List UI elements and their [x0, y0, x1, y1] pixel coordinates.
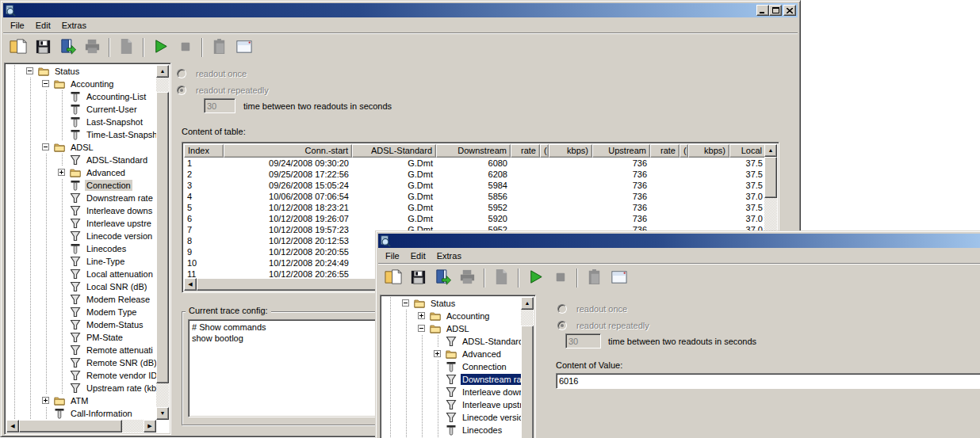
page-preview-button[interactable] [114, 36, 139, 59]
tree-item-connection[interactable]: Connection [382, 360, 521, 373]
column-header-[interactable]: ( [679, 144, 688, 158]
tree-item-connection[interactable]: Connection [6, 179, 156, 192]
interval-input[interactable] [565, 333, 601, 348]
tree-item-adsl[interactable]: ADSL [382, 322, 521, 335]
tree-item-time-last-snapsh[interactable]: Time-Last-Snapsh [6, 128, 156, 141]
collapse-toggle[interactable] [402, 299, 409, 307]
scroll-right-button[interactable]: ▶ [144, 420, 156, 432]
readout-once-radio[interactable] [177, 69, 186, 78]
tree-item-local-attenuation[interactable]: Local attenuation [6, 268, 156, 280]
scroll-thumb[interactable] [764, 157, 777, 198]
menu-extras[interactable]: Extras [431, 249, 467, 262]
tree-item-interleave-upstre[interactable]: Interleave upstre [382, 398, 521, 411]
tree-item-pm-state[interactable]: PM-State [6, 331, 156, 344]
tree-item-accounting[interactable]: Accounting [6, 78, 156, 90]
column-header-index[interactable]: Index [184, 144, 224, 158]
scroll-up-button[interactable]: ▲ [521, 297, 534, 310]
tree-item-call-information[interactable]: Call-Information [6, 407, 156, 420]
expand-toggle[interactable] [58, 169, 65, 176]
tree-item-advanced[interactable]: Advanced [6, 166, 156, 179]
value-field[interactable] [556, 373, 980, 389]
readout-repeatedly-radio[interactable] [177, 86, 186, 95]
tree-item-atm[interactable]: ATM [6, 394, 156, 407]
paste-button[interactable] [207, 36, 232, 59]
window-button[interactable] [232, 36, 256, 59]
new-file-button[interactable] [381, 267, 406, 289]
menu-file[interactable]: File [380, 249, 405, 262]
column-header-rate[interactable]: rate [511, 144, 540, 158]
scroll-left-button[interactable]: ◀ [184, 278, 197, 291]
start-button[interactable] [148, 36, 173, 59]
tree-item-modem-release[interactable]: Modem Release [6, 293, 156, 306]
column-header-local[interactable]: Local [729, 144, 764, 158]
tree-item-accounting[interactable]: Accounting [382, 310, 521, 322]
scroll-up-button[interactable]: ▲ [764, 144, 777, 157]
tree-item-modem-status[interactable]: Modem-Status [6, 318, 156, 331]
column-header-upstream[interactable]: Upstream [592, 144, 650, 158]
column-header-[interactable]: ( [540, 144, 549, 158]
menu-edit[interactable]: Edit [405, 249, 431, 262]
scroll-up-button[interactable]: ▲ [156, 65, 169, 78]
tree-item-line-type[interactable]: Line-Type [6, 255, 156, 268]
paste-button[interactable] [582, 267, 607, 289]
collapse-toggle[interactable] [42, 143, 49, 150]
save-button[interactable] [31, 36, 56, 59]
tree-item-status[interactable]: Status [382, 297, 521, 310]
menu-file[interactable]: File [5, 19, 30, 32]
table-row[interactable]: 510/12/2008 18:23:21G.Dmt595273637.5 [184, 202, 764, 213]
import-button[interactable] [431, 267, 455, 289]
expand-toggle[interactable] [434, 350, 441, 357]
tree-item-adsl-standard[interactable]: ADSL-Standard [382, 335, 521, 348]
print-button[interactable] [455, 267, 480, 289]
window-button[interactable] [607, 267, 631, 289]
stop-button[interactable] [548, 267, 572, 289]
start-button[interactable] [523, 267, 548, 289]
column-header-downstream[interactable]: Downstream [436, 144, 511, 158]
interval-input[interactable] [204, 98, 235, 113]
expand-toggle[interactable] [42, 397, 49, 404]
column-header-rate[interactable]: rate [650, 144, 679, 158]
table-row[interactable]: 109/24/2008 09:30:20G.Dmt608073637.5 [184, 158, 764, 169]
scroll-thumb[interactable] [521, 326, 534, 438]
tree-item-local-snr-db[interactable]: Local SNR (dB) [6, 280, 156, 293]
tree-item-adsl-standard[interactable]: ADSL-Standard [6, 154, 156, 166]
minimize-button[interactable] [756, 5, 769, 16]
menu-extras[interactable]: Extras [56, 19, 92, 32]
table-row[interactable]: 410/06/2008 07:06:54G.Dmt585673637.0 [184, 191, 764, 202]
page-preview-button[interactable] [489, 267, 514, 289]
tree-item-upstream-rate-kb[interactable]: Upstream rate (kb [6, 382, 156, 394]
tree-item-advanced[interactable]: Advanced [382, 348, 521, 360]
tree-item-modem-type[interactable]: Modem Type [6, 306, 156, 318]
tree-item-accounting-list[interactable]: Accounting-List [6, 90, 156, 103]
table-row[interactable]: 309/26/2008 15:05:24G.Dmt598473637.5 [184, 180, 764, 191]
scroll-thumb[interactable] [156, 92, 169, 383]
tree-item-linecodes[interactable]: Linecodes [6, 242, 156, 255]
scroll-down-button[interactable]: ▼ [156, 407, 169, 420]
tree-vertical-scrollbar[interactable]: ▲ ▼ [156, 65, 169, 420]
collapse-toggle[interactable] [26, 67, 33, 74]
expand-toggle[interactable] [418, 312, 425, 319]
new-file-button[interactable] [6, 36, 31, 59]
tree-item-interleave-downs[interactable]: Interleave downs [6, 204, 156, 217]
readout-once-radio[interactable] [557, 304, 567, 314]
tree-vertical-scrollbar[interactable]: ▲ [521, 297, 534, 438]
table-row[interactable]: 610/12/2008 19:26:07G.Dmt592073637.0 [184, 213, 764, 224]
maximize-button[interactable] [769, 5, 782, 16]
collapse-toggle[interactable] [418, 325, 425, 332]
column-header-conn-start[interactable]: Conn.-start [224, 144, 352, 158]
tree-item-downstream-rate[interactable]: Downstream rate [6, 192, 156, 204]
readout-repeatedly-radio[interactable] [557, 321, 567, 330]
tree-item-status[interactable]: Status [6, 65, 156, 78]
tree-item-interleave-upstre[interactable]: Interleave upstre [6, 217, 156, 230]
tree-item-linecode-version[interactable]: Linecode version [382, 411, 521, 424]
close-button[interactable] [783, 5, 796, 16]
tree-item-remote-snr-db[interactable]: Remote SNR (dB) [6, 356, 156, 369]
tree-item-interleave-downs[interactable]: Interleave downs [382, 386, 521, 398]
print-button[interactable] [80, 36, 105, 59]
scroll-left-button[interactable]: ◀ [6, 420, 19, 432]
save-button[interactable] [406, 267, 431, 289]
tree-item-last-snapshot[interactable]: Last-Snapshot [6, 116, 156, 128]
stop-button[interactable] [173, 36, 197, 59]
menu-edit[interactable]: Edit [30, 19, 56, 32]
tree-item-adsl[interactable]: ADSL [6, 141, 156, 154]
